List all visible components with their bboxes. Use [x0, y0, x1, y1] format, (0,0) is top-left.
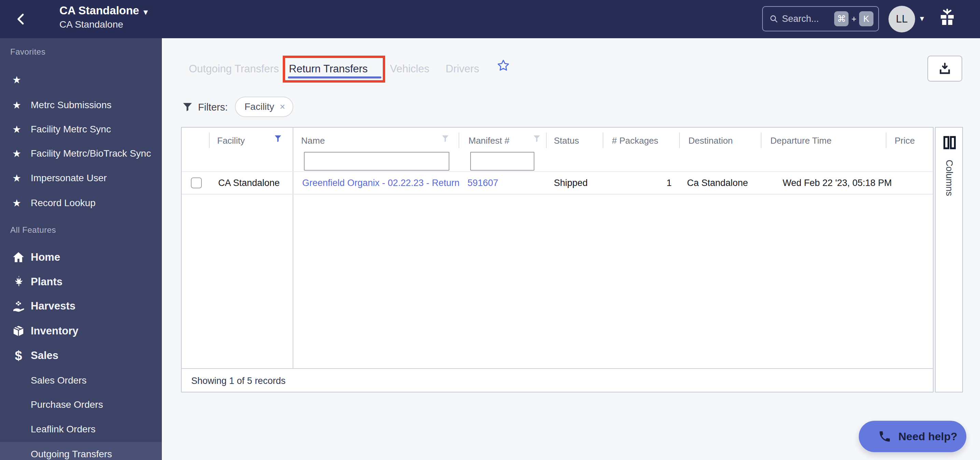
facility-filter-funnel-icon[interactable]: [273, 134, 283, 143]
top-bar: CA Standalone ▾ CA Standalone Search... …: [0, 0, 980, 38]
column-header-name: Name: [301, 130, 325, 151]
name-filter-input[interactable]: [304, 152, 449, 171]
caret-down-icon[interactable]: ▾: [143, 7, 148, 17]
manifest-filter-funnel-icon[interactable]: [532, 134, 542, 143]
tab-return-transfers[interactable]: Return Transfers: [289, 63, 368, 75]
name-filter-funnel-icon[interactable]: [441, 134, 450, 143]
tab-vehicles[interactable]: Vehicles: [390, 63, 429, 75]
sidebar-item-label: Harvests: [31, 300, 75, 312]
column-separator: [886, 132, 886, 148]
sidebar: Favorites ★ ★ Metrc Submissions ★ Facili…: [0, 38, 162, 460]
box-icon: [12, 324, 25, 338]
cell-packages: 1: [603, 172, 672, 194]
star-icon: ★: [12, 197, 21, 209]
cell-departure-time: Wed Feb 22 '23, 05:18 PM: [783, 172, 892, 194]
facility-switcher[interactable]: CA Standalone: [59, 4, 139, 17]
need-help-button[interactable]: Need help?: [859, 421, 966, 452]
records-count: Showing 1 of 5 records: [191, 369, 285, 393]
sidebar-item-purchase-orders[interactable]: Purchase Orders: [0, 392, 162, 417]
tab-outgoing-transfers[interactable]: Outgoing Transfers: [189, 63, 279, 75]
gift-icon: [936, 7, 958, 30]
pinned-column-divider: [293, 128, 293, 368]
sidebar-item-sales-orders[interactable]: Sales Orders: [0, 368, 162, 392]
sidebar-item-metrc-submissions[interactable]: ★ Metrc Submissions: [0, 93, 162, 117]
favorite-label: Facility Metrc/BioTrack Sync: [31, 148, 151, 159]
column-header-price: Price: [895, 130, 915, 151]
harvest-hand-icon: [12, 299, 25, 313]
sidebar-item-facility-metrc-biotrack-sync[interactable]: ★ Facility Metrc/BioTrack Sync: [0, 141, 162, 165]
need-help-label: Need help?: [898, 430, 957, 443]
cell-manifest-link[interactable]: 591607: [468, 172, 498, 194]
column-header-facility: Facility: [217, 130, 245, 151]
favorite-label: Record Lookup: [31, 198, 95, 208]
sidebar-item-harvests[interactable]: Harvests: [0, 294, 162, 318]
back-button[interactable]: [14, 12, 28, 27]
dollar-icon: $: [12, 349, 25, 362]
avatar[interactable]: LL: [888, 6, 915, 32]
column-separator: [546, 132, 547, 148]
sidebar-item-label: Inventory: [31, 325, 78, 337]
star-icon: ★: [12, 124, 21, 135]
row-checkbox[interactable]: [191, 178, 202, 188]
download-icon: [938, 62, 952, 75]
sidebar-item-record-lookup[interactable]: ★ Record Lookup: [0, 191, 162, 215]
transfers-table: Facility Name Manifest # Status # Packag…: [181, 127, 934, 392]
column-header-packages: # Packages: [612, 130, 658, 151]
star-icon: ★: [12, 99, 21, 111]
avatar-initials: LL: [896, 13, 908, 25]
favorite-label: Impersonate User: [31, 173, 107, 184]
sidebar-item-facility-metrc-sync[interactable]: ★ Facility Metrc Sync: [0, 117, 162, 141]
sidebar-item-label: Sales Orders: [31, 375, 86, 386]
columns-panel-label: Columns: [944, 160, 955, 196]
manifest-filter-input[interactable]: [470, 152, 535, 171]
column-header-status: Status: [554, 130, 579, 151]
chevron-left-icon: [14, 12, 28, 27]
close-icon[interactable]: ×: [280, 102, 285, 112]
filters-funnel-icon: [182, 101, 193, 113]
phone-icon: [878, 430, 892, 443]
facility-subtitle: CA Standalone: [59, 19, 123, 30]
sidebar-item-label: Sales: [31, 349, 58, 362]
columns-icon: [942, 135, 957, 150]
sidebar-item-leaflink-orders[interactable]: Leaflink Orders: [0, 417, 162, 441]
plus-separator: +: [851, 14, 856, 24]
cell-status: Shipped: [554, 172, 588, 194]
sidebar-favorite-empty[interactable]: ★: [0, 68, 162, 92]
export-button[interactable]: [928, 56, 962, 82]
column-header-destination: Destination: [688, 130, 733, 151]
filters-label: Filters:: [198, 102, 228, 113]
columns-panel-toggle[interactable]: Columns: [935, 127, 963, 392]
whats-new-gift-icon[interactable]: [936, 7, 958, 30]
all-features-section-label: All Features: [10, 225, 56, 235]
column-header-manifest: Manifest #: [468, 130, 509, 151]
filter-chip-facility[interactable]: Facility ×: [235, 97, 293, 117]
cell-name-link[interactable]: Greenfield Organix - 02.22.23 - Return: [302, 172, 460, 194]
global-search-input[interactable]: Search... ⌘ + K: [762, 6, 879, 32]
sidebar-item-label: Leaflink Orders: [31, 424, 95, 435]
table-row[interactable]: CA Standalone Greenfield Organix - 02.22…: [182, 171, 933, 195]
sidebar-item-outgoing-transfers[interactable]: Outgoing Transfers: [0, 442, 162, 460]
column-separator: [603, 132, 603, 148]
table-footer: Showing 1 of 5 records: [182, 368, 933, 392]
home-icon: [12, 251, 25, 264]
cell-facility: CA Standalone: [218, 172, 280, 194]
sidebar-item-impersonate-user[interactable]: ★ Impersonate User: [0, 166, 162, 190]
cmd-keycap: ⌘: [834, 11, 848, 26]
user-menu-caret-icon[interactable]: ▾: [920, 14, 924, 23]
column-separator: [761, 132, 762, 148]
sidebar-item-inventory[interactable]: Inventory: [0, 319, 162, 343]
tab-drivers[interactable]: Drivers: [445, 63, 479, 75]
k-keycap: K: [859, 11, 873, 26]
sidebar-item-label: Plants: [31, 276, 62, 288]
sidebar-item-sales[interactable]: $ Sales: [0, 343, 162, 368]
cell-destination: Ca Standalone: [687, 172, 748, 194]
favorite-label: Metrc Submissions: [31, 100, 112, 111]
app-window: CA Standalone ▾ CA Standalone Search... …: [0, 0, 980, 460]
sidebar-item-label: Home: [31, 251, 60, 263]
sidebar-item-label: Purchase Orders: [31, 399, 103, 410]
search-placeholder: Search...: [782, 14, 819, 24]
sidebar-item-plants[interactable]: Plants: [0, 270, 162, 294]
sidebar-item-home[interactable]: Home: [0, 245, 162, 270]
sidebar-item-label: Outgoing Transfers: [31, 449, 112, 460]
favorite-page-star-icon[interactable]: [496, 59, 510, 72]
